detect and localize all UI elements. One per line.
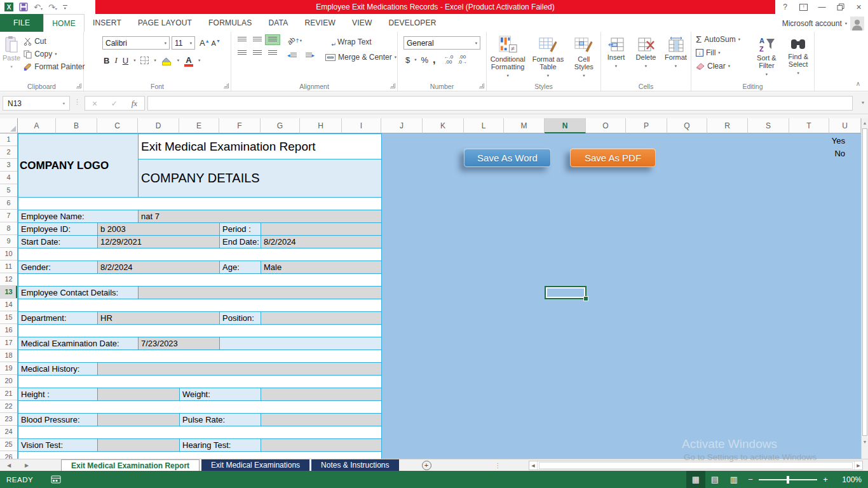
row-header-23[interactable]: 23 (0, 413, 17, 426)
tab-home[interactable]: HOME (43, 14, 85, 32)
active-cell-n13[interactable] (545, 286, 587, 299)
form-cell-company-logo[interactable]: COMPANY LOGO (18, 133, 139, 198)
row-header-1[interactable]: 1 (0, 133, 17, 146)
accounting-dropdown-icon[interactable]: ▾ (414, 57, 416, 62)
column-header-L[interactable]: L (464, 118, 504, 133)
form-cell-empty[interactable] (97, 362, 382, 376)
undo-icon[interactable]: ↶▾ (34, 3, 43, 11)
row-header-8[interactable]: 8 (0, 222, 17, 235)
font-color-dropdown-icon[interactable]: ▾ (198, 58, 200, 63)
form-cell-empty[interactable] (97, 413, 180, 426)
form-cell-empty[interactable] (18, 273, 382, 287)
tab-formulas[interactable]: FORMULAS (200, 14, 260, 32)
sheet-next-icon[interactable]: ▶ (18, 459, 36, 471)
delete-cells-button[interactable]: Delete▾ (632, 35, 660, 70)
row-header-16[interactable]: 16 (0, 324, 17, 337)
form-cell-employee-id[interactable]: Employee ID: (18, 222, 98, 236)
scroll-down-icon[interactable]: ▼ (862, 437, 868, 447)
tab-review[interactable]: REVIEW (296, 14, 344, 32)
row-header-22[interactable]: 22 (0, 400, 17, 413)
merge-center-button[interactable]: Merge & Center▾ (323, 52, 398, 62)
form-cell-b-2003[interactable]: b 2003 (97, 222, 220, 236)
page-layout-view-icon[interactable]: ▤ (705, 471, 724, 488)
cancel-icon[interactable]: × (92, 98, 97, 109)
font-size-combo[interactable]: 11▾ (172, 36, 195, 50)
sort-filter-button[interactable]: A Z Sort & Filter▾ (751, 34, 783, 78)
column-header-G[interactable]: G (261, 118, 300, 133)
align-center-button[interactable] (250, 48, 264, 58)
form-cell-hearing-test[interactable]: Hearing Test: (179, 438, 261, 452)
form-cell-exit-medical-examination-report[interactable]: Exit Medical Examination Report (138, 133, 382, 159)
row-header-26[interactable]: 26 (0, 451, 17, 459)
row-header-11[interactable]: 11 (0, 261, 17, 273)
name-box[interactable]: N13▾ (3, 96, 70, 111)
form-cell-empty[interactable] (97, 438, 180, 452)
insert-cells-button[interactable]: Insert▾ (602, 35, 630, 70)
name-box-splitter[interactable]: ⋮ (74, 98, 81, 106)
tab-developer[interactable]: DEVELOPER (380, 14, 444, 32)
form-cell-hr[interactable]: HR (97, 311, 220, 325)
column-header-D[interactable]: D (138, 118, 179, 133)
paste-button[interactable]: Paste ▾ (3, 34, 20, 72)
page-break-view-icon[interactable]: ▥ (724, 471, 743, 488)
borders-icon[interactable] (140, 57, 149, 64)
row-header-14[interactable]: 14 (0, 299, 17, 311)
form-cell-empty[interactable] (261, 388, 382, 401)
save-as-pdf-button[interactable]: Save As PDF (570, 148, 656, 167)
form-cell-blood-pressure[interactable]: Blood Pressure: (18, 413, 98, 426)
close-icon[interactable]: × (850, 0, 868, 14)
row-header-10[interactable]: 10 (0, 248, 17, 261)
number-format-combo[interactable]: General▾ (403, 36, 480, 50)
row-header-9[interactable]: 9 (0, 235, 17, 248)
grow-font-button[interactable]: A▲ (200, 38, 210, 48)
decrease-indent-icon[interactable]: ◂ (285, 50, 299, 60)
tab-file[interactable]: FILE (0, 14, 43, 32)
align-middle-button[interactable] (250, 35, 264, 44)
tab-insert[interactable]: INSERT (85, 14, 130, 32)
form-cell-empty[interactable] (261, 222, 382, 236)
form-cell-nat-7[interactable]: nat 7 (138, 210, 382, 223)
align-top-button[interactable] (235, 35, 249, 44)
align-right-button[interactable] (266, 48, 280, 58)
form-cell-company-details[interactable]: COMPANY DETAILS (138, 159, 382, 198)
number-dialog-launcher-icon[interactable] (479, 83, 484, 88)
scroll-left-icon[interactable]: ◀ (529, 461, 538, 470)
autosum-button[interactable]: Σ AutoSum▾ (694, 34, 751, 44)
save-icon[interactable] (19, 3, 28, 11)
form-cell-male[interactable]: Male (261, 261, 382, 274)
column-header-E[interactable]: E (179, 118, 219, 133)
formula-input[interactable] (147, 96, 853, 111)
help-icon[interactable]: ? (776, 0, 794, 14)
row-header-21[interactable]: 21 (0, 388, 17, 400)
row-header-18[interactable]: 18 (0, 349, 17, 362)
form-cell-employee-name[interactable]: Employee Name: (18, 210, 139, 223)
orientation-button[interactable]: ab ↗▾ (285, 35, 317, 46)
column-header-S[interactable]: S (748, 118, 789, 133)
tab-view[interactable]: VIEW (344, 14, 380, 32)
form-cell-pulse-rate[interactable]: Pulse Rate: (179, 413, 261, 426)
form-cell-end-date[interactable]: End Date: (219, 235, 261, 248)
row-header-20[interactable]: 20 (0, 375, 17, 388)
cut-button[interactable]: Cut (22, 36, 86, 46)
row-header-13[interactable]: 13 (0, 286, 17, 299)
column-header-O[interactable]: O (586, 118, 626, 133)
form-cell-empty[interactable] (261, 311, 382, 325)
align-left-button[interactable] (235, 48, 249, 58)
insert-function-icon[interactable]: fx (132, 98, 137, 109)
account-area[interactable]: Microsoft account ▾ (782, 16, 864, 31)
form-cell-empty[interactable] (138, 286, 382, 299)
zoom-level[interactable]: 100% (832, 475, 862, 484)
form-cell-empty[interactable] (18, 248, 382, 261)
form-cell-medical-history[interactable]: Medical History: (18, 362, 98, 376)
zoom-slider-thumb[interactable] (787, 476, 789, 484)
cell-no[interactable]: No (794, 147, 845, 160)
column-header-C[interactable]: C (97, 118, 138, 133)
column-header-M[interactable]: M (504, 118, 545, 133)
form-cell-empty[interactable] (18, 197, 382, 210)
percent-style-button[interactable]: % (421, 55, 429, 65)
zoom-in-icon[interactable]: + (818, 475, 832, 484)
form-cell-position[interactable]: Position: (219, 311, 261, 325)
form-cell-empty[interactable] (18, 451, 382, 459)
sheet-tab-exit-medical-examinations[interactable]: Exit Medical Examinations (201, 459, 309, 471)
form-cell-department[interactable]: Department: (18, 311, 98, 325)
